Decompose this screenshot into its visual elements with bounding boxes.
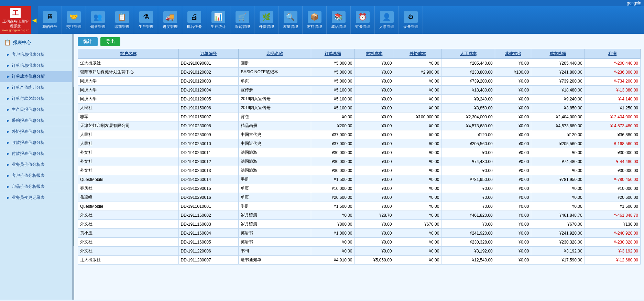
cell-2-9: ¥-734,200.00 bbox=[585, 77, 640, 86]
cell-18-9: ¥130.00 bbox=[585, 220, 640, 229]
sidebar-item-1[interactable]: ▶ 订单信息报表分析 bbox=[0, 60, 72, 71]
col-header-7[interactable]: 其他支出 bbox=[495, 49, 531, 59]
cell-8-0: 人民社 bbox=[78, 130, 179, 139]
nav-item-财务管理[interactable]: ⏰ 财务管理 bbox=[351, 6, 375, 34]
nav-item-生产管理[interactable]: ⚗ 生产管理 bbox=[134, 6, 158, 34]
table-row: 外文社DD-1911220006书刊¥0.00¥0.00¥0.00¥3,192.… bbox=[78, 247, 641, 256]
cell-9-0: 人民社 bbox=[78, 139, 179, 148]
sidebar-item-2[interactable]: ▶ 订单成本信息分析 bbox=[0, 71, 72, 82]
col-header-6[interactable]: 人工成本 bbox=[441, 49, 495, 59]
sidebar-item-12[interactable]: ▶ 印品价值分析报表 bbox=[0, 181, 72, 192]
cell-18-1: DD-1911160003 bbox=[178, 220, 239, 229]
col-header-1[interactable]: 订单编号 bbox=[178, 49, 239, 59]
col-header-4[interactable]: 材料成本 bbox=[354, 49, 394, 59]
cell-9-3: ¥37,000.00 bbox=[311, 139, 354, 148]
cell-10-4: ¥0.00 bbox=[354, 148, 394, 157]
nav-item-交往管理[interactable]: 🤝 交往管理 bbox=[62, 6, 86, 34]
nav-item-机台任务[interactable]: 🖨 机台任务 bbox=[182, 6, 206, 34]
cell-13-4: ¥0.00 bbox=[354, 175, 394, 184]
cell-10-2: 法国旅游 bbox=[239, 148, 311, 157]
cell-1-0: 朝阳市妇幼保健计划生育中心 bbox=[78, 68, 179, 77]
cell-7-3: ¥200.00 bbox=[311, 121, 354, 130]
nav-item-质量管理[interactable]: 🔍 质量管理 bbox=[279, 6, 303, 34]
sidebar-item-6[interactable]: ▶ 采购报表信息分析 bbox=[0, 115, 72, 126]
sidebar-item-label-4: 订单付款欠款分析 bbox=[12, 96, 45, 101]
nav-item-采购管理[interactable]: 🛒 采购管理 bbox=[230, 6, 254, 34]
sidebar-item-13[interactable]: ▶ 业务员变更记录表 bbox=[0, 192, 72, 203]
cell-3-5: ¥0.00 bbox=[394, 86, 441, 95]
nav-item-印前管理[interactable]: 📋 印前管理 bbox=[110, 6, 134, 34]
cell-12-3: ¥30,000.00 bbox=[311, 166, 354, 175]
sidebar-item-3[interactable]: ▶ 订单产值统计分析 bbox=[0, 82, 72, 93]
cell-17-7: ¥0.00 bbox=[495, 211, 531, 220]
table-row: 辽大出版社DD-1911280007送书通知单¥4,910.00¥5,050.0… bbox=[78, 256, 641, 265]
cell-6-1: DD-1910150007 bbox=[178, 112, 239, 121]
col-header-0[interactable]: 客户名称 bbox=[78, 49, 179, 59]
nav-arrow[interactable]: ◀ bbox=[31, 6, 38, 34]
nav-item-设备管理[interactable]: ⚙ 设备管理 bbox=[399, 6, 423, 34]
top-bar-link[interactable]: gongxin bbox=[627, 1, 641, 6]
cell-12-0: 外文社 bbox=[78, 166, 179, 175]
col-header-3[interactable]: 订单总额 bbox=[311, 49, 354, 59]
cell-10-1: DD-1910260011 bbox=[178, 148, 239, 157]
cell-10-9: ¥30,000.00 bbox=[585, 148, 640, 157]
sidebar-item-label-13: 业务员变更记录表 bbox=[12, 195, 45, 201]
sidebar-item-0[interactable]: ▶ 客户信息报表分析 bbox=[0, 49, 72, 60]
export-button[interactable]: 导出 bbox=[100, 37, 120, 46]
logo-name: 工信商务印刷管理系统 bbox=[1, 19, 30, 29]
sidebar-item-5[interactable]: ▶ 生产日报信息分析 bbox=[0, 104, 72, 115]
sidebar-item-10[interactable]: ▶ 业务员价值分析表 bbox=[0, 159, 72, 170]
cell-5-2: 2019阅兵宣传册 bbox=[239, 104, 311, 112]
cell-18-6: ¥0.00 bbox=[441, 220, 495, 229]
cell-9-7: ¥0.00 bbox=[495, 139, 531, 148]
cell-21-6: ¥3,192.00 bbox=[441, 247, 495, 256]
sidebar-item-4[interactable]: ▶ 订单付款欠款分析 bbox=[0, 93, 72, 104]
col-header-8[interactable]: 成本总额 bbox=[531, 49, 585, 59]
sidebar-item-9[interactable]: ▶ 付款报表信息分析 bbox=[0, 148, 72, 159]
nav-item-生产统计[interactable]: 📊 生产统计 bbox=[206, 6, 230, 34]
table-row: 外文社DD-1911160003岁月留痕¥800.00¥0.00¥670.00¥… bbox=[78, 220, 641, 229]
sidebar-items: ▶ 客户信息报表分析 ▶ 订单信息报表分析 ▶ 订单成本信息分析 ▶ 订单产值统… bbox=[0, 49, 72, 203]
cell-0-9: ¥-200,440.00 bbox=[585, 59, 640, 68]
col-header-5[interactable]: 外协成本 bbox=[394, 49, 441, 59]
nav-icon-7: 📊 bbox=[211, 11, 225, 23]
table-row: 岳凌峰DD-1910290016单页¥20,600.00¥0.00¥0.00¥0… bbox=[78, 193, 641, 202]
nav-item-外协管理[interactable]: 🌿 外协管理 bbox=[254, 6, 279, 34]
cell-2-7: ¥0.00 bbox=[495, 77, 531, 86]
col-header-9[interactable]: 利润 bbox=[585, 49, 640, 59]
sidebar-item-7[interactable]: ▶ 外协报表信息分析 bbox=[0, 126, 72, 137]
sidebar-item-label-11: 客户价值分析报表 bbox=[12, 173, 45, 179]
cell-19-3: ¥1,000.00 bbox=[311, 229, 354, 238]
cell-15-1: DD-1910290016 bbox=[178, 193, 239, 202]
cell-3-0: 同济大学 bbox=[78, 86, 179, 95]
cell-10-8: ¥0.00 bbox=[531, 148, 585, 157]
arrow-icon: ▶ bbox=[7, 119, 10, 122]
nav-icon-5: 🚚 bbox=[163, 11, 177, 23]
cell-13-1: DD-1910260014 bbox=[178, 175, 239, 184]
sidebar-item-11[interactable]: ▶ 客户价值分析报表 bbox=[0, 170, 72, 181]
nav-label-3: 印前管理 bbox=[114, 24, 130, 29]
table-row: 外文社DD-1910260013法国旅游¥30,000.00¥0.00¥0.00… bbox=[78, 166, 641, 175]
nav-item-我的任务[interactable]: 🖥 我的任务 bbox=[38, 6, 62, 34]
main-layout: 📋 报表中心 ▶ 客户信息报表分析 ▶ 订单信息报表分析 ▶ 订单成本信息分析 … bbox=[0, 34, 644, 300]
stat-button[interactable]: 统计 bbox=[78, 37, 98, 46]
nav-item-成品管理[interactable]: 📚 成品管理 bbox=[327, 6, 351, 34]
nav-item-材料管理[interactable]: 📦 材料管理 bbox=[303, 6, 327, 34]
nav-item-销售管理[interactable]: 👥 销售管理 bbox=[86, 6, 110, 34]
cell-9-4: ¥0.00 bbox=[354, 139, 394, 148]
sidebar-item-label-10: 业务员价值分析表 bbox=[12, 162, 45, 168]
cell-8-4: ¥0.00 bbox=[354, 130, 394, 139]
table-row: 外文社DD-1910260011法国旅游¥30,000.00¥0.00¥0.00… bbox=[78, 148, 641, 157]
cell-1-6: ¥238,800.00 bbox=[441, 68, 495, 77]
cell-9-5: ¥0.00 bbox=[394, 139, 441, 148]
cell-19-0: 黄小玉 bbox=[78, 229, 179, 238]
cell-13-6: ¥781,950.00 bbox=[441, 175, 495, 184]
col-header-2[interactable]: 印品名称 bbox=[239, 49, 311, 59]
nav-item-人事管理[interactable]: 👤 人事管理 bbox=[375, 6, 399, 34]
sidebar-item-label-2: 订单成本信息分析 bbox=[12, 74, 45, 79]
nav-label-0: 我的任务 bbox=[42, 24, 57, 29]
nav-item-进度管理[interactable]: 🚚 进度管理 bbox=[158, 6, 182, 34]
arrow-icon: ▶ bbox=[7, 86, 10, 89]
cell-0-0: 辽大出版社 bbox=[78, 59, 179, 68]
sidebar-item-8[interactable]: ▶ 收款报表信息分析 bbox=[0, 137, 72, 148]
